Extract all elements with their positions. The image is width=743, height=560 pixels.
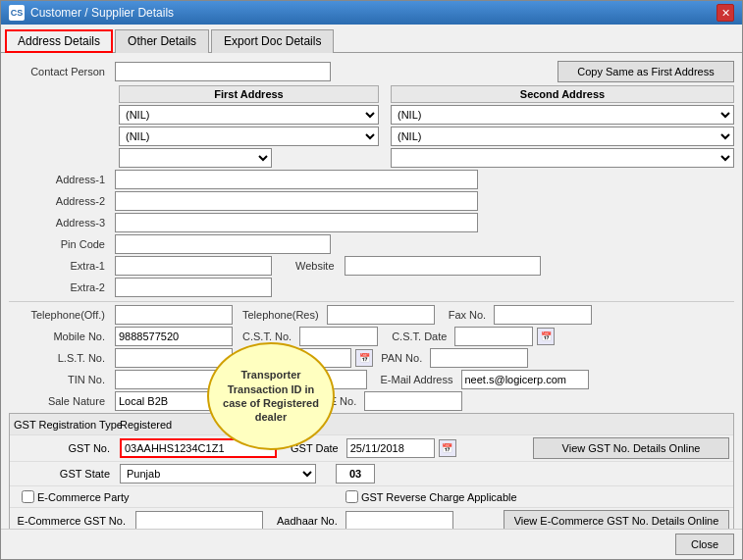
extra1-row: Extra-1 Website xyxy=(9,256,734,276)
tooltip-bubble: Transporter Transaction ID in case of Re… xyxy=(207,342,335,450)
email-label: E-Mail Address xyxy=(381,374,453,385)
cst-no-input[interactable] xyxy=(299,327,378,346)
ecommerce-party-checkbox-label[interactable]: E-Commerce Party xyxy=(22,490,130,503)
tin-label: TIN No. xyxy=(9,374,111,385)
ecommerce-party-checkbox[interactable] xyxy=(22,490,34,503)
telephone-res-label: Telephone(Res) xyxy=(242,309,319,321)
address-select-row1: (NIL) (NIL) xyxy=(9,105,734,125)
extra2-input[interactable] xyxy=(115,278,272,297)
extra2-row: Extra-2 xyxy=(9,278,734,297)
form-content: Contact Person Copy Same as First Addres… xyxy=(1,53,742,529)
fax-no-input[interactable] xyxy=(494,305,592,325)
first-address-select2[interactable]: (NIL) xyxy=(119,127,379,146)
address2-input[interactable] xyxy=(115,191,478,211)
gst-section: GST Registration Type Registered GST No.… xyxy=(9,413,734,529)
address1-input[interactable] xyxy=(115,170,478,189)
pincode-row: Pin Code xyxy=(9,234,734,254)
tin-date-calendar-button[interactable]: 📅 xyxy=(355,349,373,367)
address2-row: Address-2 xyxy=(9,191,734,211)
footer: Close xyxy=(1,529,742,559)
tab-other-details[interactable]: Other Details xyxy=(115,29,209,53)
gst-reg-type-row: GST Registration Type Registered xyxy=(10,414,733,435)
second-address-select3[interactable] xyxy=(391,148,734,168)
address3-row: Address-3 xyxy=(9,213,734,232)
gst-reg-type-value: Registered xyxy=(120,419,172,431)
tab-address-details[interactable]: Address Details xyxy=(5,29,113,53)
first-address-select1[interactable]: (NIL) xyxy=(119,105,379,125)
first-address-header: First Address xyxy=(119,85,379,103)
cst-date-label: C.S.T. Date xyxy=(392,331,447,342)
pincode-input[interactable] xyxy=(115,234,331,254)
address3-input[interactable] xyxy=(115,213,478,232)
website-label: Website xyxy=(295,260,335,272)
extra1-input[interactable] xyxy=(115,256,272,276)
address3-label: Address-3 xyxy=(9,217,111,229)
address2-label: Address-2 xyxy=(9,195,111,207)
telephone-res-input[interactable] xyxy=(327,305,435,325)
mobile-label: Mobile No. xyxy=(9,331,111,342)
gst-reverse-charge-checkbox[interactable] xyxy=(345,490,358,503)
gst-no-row: GST No. GST Date 📅 View GST No. Details … xyxy=(10,435,733,462)
second-address-select2[interactable]: (NIL) xyxy=(391,127,734,146)
contact-person-label: Contact Person xyxy=(9,66,111,77)
second-address-select1[interactable]: (NIL) xyxy=(391,105,734,125)
gst-state-label: GST State xyxy=(14,468,116,480)
main-window: CS Customer / Supplier Details ✕ Address… xyxy=(0,0,743,560)
pan-label: PAN No. xyxy=(381,352,422,364)
telephone-off-label: Telephone(Off.) xyxy=(9,309,111,321)
cst-date-input[interactable] xyxy=(454,327,533,346)
gst-reverse-charge-checkbox-label[interactable]: GST Reverse Charge Applicable xyxy=(345,490,517,503)
tab-bar: Address Details Other Details Export Doc… xyxy=(1,25,742,53)
email-input[interactable] xyxy=(461,370,589,389)
second-address-header: Second Address xyxy=(391,85,734,103)
extra2-label: Extra-2 xyxy=(9,281,111,293)
gst-date-calendar-button[interactable]: 📅 xyxy=(439,439,456,457)
gst-state-code-input[interactable] xyxy=(336,464,375,484)
contact-person-row: Contact Person Copy Same as First Addres… xyxy=(9,61,734,82)
gst-reg-type-label: GST Registration Type xyxy=(14,419,116,431)
close-button[interactable]: Close xyxy=(675,534,734,555)
aadhaar-label: Aadhaar No. xyxy=(277,515,338,527)
tab-export-doc-details[interactable]: Export Doc Details xyxy=(211,29,334,53)
mobile-input[interactable] xyxy=(115,327,233,346)
pincode-label: Pin Code xyxy=(9,238,111,250)
cst-date-calendar-button[interactable]: 📅 xyxy=(537,328,555,345)
gst-date-input[interactable] xyxy=(346,438,435,458)
fax-no-label: Fax No. xyxy=(449,309,487,321)
copy-same-button[interactable]: Copy Same as First Address xyxy=(557,61,734,82)
window-close-button[interactable]: ✕ xyxy=(716,4,734,22)
cst-no-label: C.S.T. No. xyxy=(242,331,292,342)
address-select-row2: (NIL) (NIL) xyxy=(9,127,734,146)
lst-label: L.S.T. No. xyxy=(9,352,111,364)
lst-input[interactable] xyxy=(115,348,233,368)
aadhaar-input[interactable] xyxy=(345,511,453,529)
address-select-row3 xyxy=(9,148,734,168)
gst-no-label: GST No. xyxy=(14,442,116,454)
address1-row: Address-1 xyxy=(9,170,734,189)
ecommerce-gst-input[interactable] xyxy=(135,511,263,529)
ecommerce-row: E-Commerce Party GST Reverse Charge Appl… xyxy=(10,486,733,508)
contact-person-input[interactable] xyxy=(115,62,331,81)
telephone-off-input[interactable] xyxy=(115,305,233,325)
view-gst-online-button[interactable]: View GST No. Details Online xyxy=(533,437,729,459)
extra1-label: Extra-1 xyxy=(9,260,111,272)
gst-state-select[interactable]: Punjab xyxy=(120,464,316,484)
phone-section: Telephone(Off.) Telephone(Res) Fax No. M… xyxy=(9,301,734,411)
window-title: Customer / Supplier Details xyxy=(30,6,174,20)
sse-input[interactable] xyxy=(364,391,462,411)
sale-nature-label: Sale Nature xyxy=(9,395,111,407)
title-bar: CS Customer / Supplier Details ✕ xyxy=(1,1,742,25)
pan-input[interactable] xyxy=(430,348,528,368)
window-icon: CS xyxy=(9,5,25,21)
ecommerce-gst-row: E-Commerce GST No. Aadhaar No. View E-Co… xyxy=(10,508,733,529)
view-ecommerce-button[interactable]: View E-Commerce GST No. Details Online xyxy=(504,510,729,529)
address-headers-row: First Address Second Address xyxy=(9,85,734,103)
first-address-select3[interactable] xyxy=(119,148,272,168)
ecommerce-gst-label: E-Commerce GST No. xyxy=(14,515,132,527)
website-input[interactable] xyxy=(345,256,541,276)
gst-state-row: GST State Punjab xyxy=(10,462,733,486)
address1-label: Address-1 xyxy=(9,174,111,185)
